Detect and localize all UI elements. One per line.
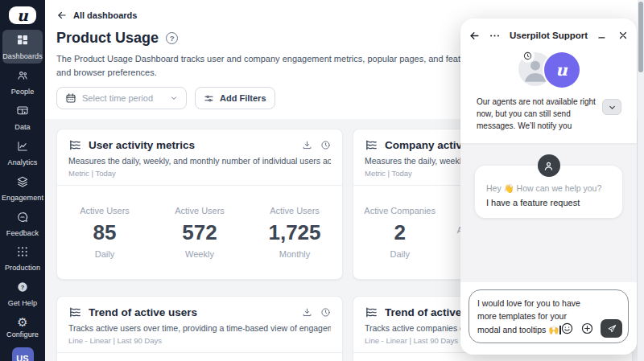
- bot-greeting: Hey 👋 How can we help you?: [486, 183, 611, 194]
- userpilot-avatar: u: [544, 52, 580, 88]
- history-icon[interactable]: [320, 307, 331, 318]
- metric-chart-icon: [68, 138, 82, 152]
- chat-status-text: Our agents are not available right now, …: [477, 96, 601, 132]
- sidebar-item-label: Analytics: [8, 158, 38, 166]
- sidebar-item-engagement[interactable]: Engagement: [2, 171, 43, 205]
- card-title: Trend of active users: [89, 306, 197, 318]
- chat-message-list: Hey 👋 How can we help you? I have a feat…: [460, 143, 637, 282]
- card-description: Measures the daily, weekly, and monthly …: [68, 156, 331, 166]
- minimize-icon[interactable]: [597, 30, 608, 41]
- sidebar-item-label: Configure: [6, 330, 39, 338]
- add-filters-button[interactable]: Add Filters: [195, 87, 275, 109]
- userpilot-logo[interactable]: u: [9, 6, 36, 24]
- message-input[interactable]: I would love for you to have more templa…: [469, 289, 629, 343]
- dashboards-icon: [16, 34, 29, 50]
- agent-avatars: u: [469, 52, 629, 88]
- time-period-placeholder: Select time period: [82, 93, 153, 103]
- clock-badge-icon: [522, 50, 534, 62]
- sidebar: u Dashboards People Data: [0, 0, 45, 361]
- grid-dots-icon: [16, 245, 29, 261]
- page-scrollbar-thumb[interactable]: [638, 2, 643, 72]
- people-icon: [16, 69, 29, 85]
- sidebar-item-configure[interactable]: ⚙ Configure: [2, 312, 43, 342]
- back-arrow-icon: [56, 10, 68, 21]
- chat-back-icon[interactable]: [469, 30, 481, 42]
- chat-menu-icon[interactable]: [489, 30, 501, 42]
- help-circle-icon[interactable]: ?: [166, 32, 178, 44]
- quick-reply[interactable]: I have a feature request: [486, 198, 611, 207]
- stat-daily-active-companies: Active Companies 2 Daily: [353, 206, 446, 259]
- chevron-down-button[interactable]: [602, 99, 621, 115]
- card-trend-active-users: Trend of active users Tracks active user…: [56, 296, 343, 361]
- trend-chart-icon: [68, 306, 82, 319]
- sliders-icon: [204, 93, 214, 104]
- sidebar-item-label: Production: [5, 264, 40, 272]
- data-icon: [16, 105, 29, 121]
- calendar-icon: [65, 92, 76, 104]
- sidebar-item-production[interactable]: Production: [2, 241, 43, 275]
- back-label: All dashboards: [73, 10, 137, 20]
- sidebar-item-label: Get Help: [8, 299, 37, 307]
- bot-avatar-icon: [538, 154, 560, 177]
- feedback-icon: [16, 211, 29, 227]
- stat-weekly-active-users: Active Users 572 Weekly: [152, 206, 247, 259]
- chart-legend: Daily Weekly Monthly: [57, 353, 342, 361]
- sidebar-item-label: Engagement: [2, 194, 43, 202]
- stat-daily-active-users: Active Users 85 Daily: [57, 206, 152, 259]
- metric-chart-icon: [365, 138, 378, 152]
- sidebar-item-label: Feedback: [6, 229, 39, 237]
- page-scrollbar-track[interactable]: [638, 0, 644, 361]
- download-icon[interactable]: [302, 307, 312, 318]
- card-user-activity-metrics: User activity metrics Measures the daily…: [56, 129, 343, 280]
- add-filters-label: Add Filters: [220, 93, 266, 103]
- page-title: Product Usage: [56, 30, 159, 47]
- card-description: Tracks active users over time, providing…: [68, 323, 331, 333]
- app-window: u Dashboards People Data: [0, 0, 644, 361]
- sidebar-item-analytics[interactable]: Analytics: [2, 136, 43, 170]
- chat-widget: Userpilot Support u: [460, 18, 637, 355]
- emoji-icon[interactable]: [560, 322, 574, 335]
- sidebar-item-label: People: [11, 88, 35, 96]
- sidebar-item-get-help[interactable]: ? Get Help: [2, 277, 43, 310]
- engagement-icon: [16, 175, 29, 191]
- sidebar-nav: Dashboards People Data Analytics: [0, 29, 45, 361]
- user-avatar[interactable]: US: [12, 347, 34, 361]
- time-period-select[interactable]: Select time period: [56, 87, 187, 109]
- stat-monthly-active-users: Active Users 1,725 Monthly: [247, 206, 342, 259]
- card-title: User activity metrics: [89, 139, 195, 151]
- trend-chart-icon: [365, 306, 378, 319]
- send-button[interactable]: [601, 319, 622, 338]
- svg-text:?: ?: [21, 284, 25, 291]
- sidebar-item-feedback[interactable]: Feedback: [2, 207, 43, 240]
- download-icon[interactable]: [302, 140, 312, 150]
- history-icon[interactable]: [320, 140, 331, 150]
- help-icon: ?: [16, 281, 29, 297]
- card-meta: Line - Linear | Last 90 Days: [68, 336, 331, 345]
- chat-header: Userpilot Support u: [460, 18, 637, 143]
- chat-footer: I would love for you to have more templa…: [460, 282, 637, 355]
- close-icon[interactable]: [617, 30, 629, 41]
- card-meta: Metric | Today: [68, 169, 331, 178]
- sidebar-item-label: Data: [14, 123, 30, 131]
- stats-row: Active Users 85 Daily Active Users 572 W…: [57, 186, 342, 279]
- sidebar-item-dashboards[interactable]: Dashboards: [2, 30, 43, 64]
- chevron-down-icon: [170, 94, 178, 102]
- sidebar-item-data[interactable]: Data: [2, 101, 43, 134]
- analytics-icon: [16, 140, 29, 156]
- attach-plus-icon[interactable]: [580, 322, 594, 335]
- gear-icon: ⚙: [17, 316, 27, 328]
- sidebar-item-label: Dashboards: [2, 52, 43, 60]
- sidebar-item-people[interactable]: People: [2, 65, 43, 99]
